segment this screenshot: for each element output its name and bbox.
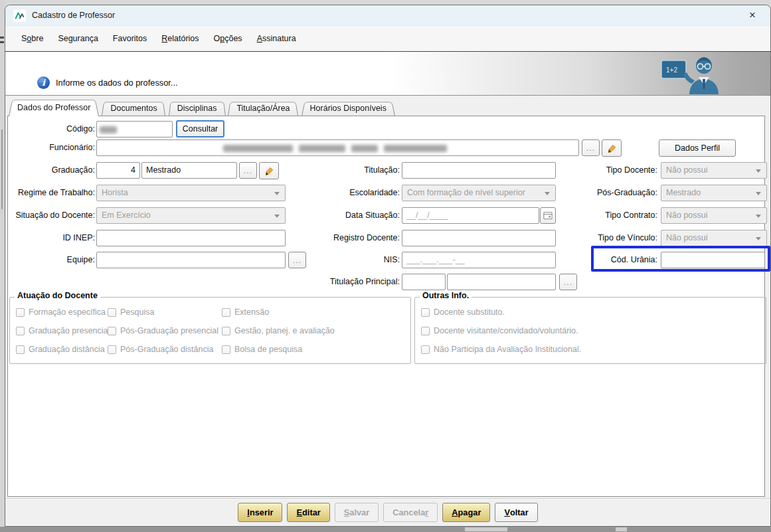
info-message: Informe os dados do professor... <box>56 78 178 88</box>
checkbox-formacao-especifica[interactable]: Formação específica <box>16 308 106 317</box>
voltar-button[interactable]: Voltar <box>495 503 537 522</box>
registro-docente-label: Registro Docente: <box>294 230 400 246</box>
salvar-button[interactable]: Salvar <box>335 503 379 522</box>
checkbox-box[interactable] <box>16 345 25 354</box>
menu-relatorios[interactable]: Relatórios <box>154 31 206 46</box>
regime-trabalho-combo[interactable]: Horista <box>96 185 286 201</box>
checkbox-bolsa-de-pesquisa[interactable]: Bolsa de pesquisa <box>222 345 302 354</box>
checkbox-box[interactable] <box>222 345 230 354</box>
escolaridade-label: Escolaridade: <box>294 185 400 201</box>
checkbox-box[interactable] <box>16 308 25 317</box>
close-icon[interactable]: × <box>742 7 762 24</box>
tipo-contrato-label: Tipo Contrato: <box>531 207 657 224</box>
id-inep-input[interactable] <box>96 230 286 246</box>
checkbox-graduacao-distancia[interactable]: Graduação distância <box>16 345 105 354</box>
background-window-strip <box>0 527 771 532</box>
graduacao-nome-input[interactable]: Mestrado <box>141 162 237 179</box>
background-window-sliver <box>0 0 5 527</box>
checkbox-box[interactable] <box>16 327 25 335</box>
data-situacao-label: Data Situação: <box>294 207 400 224</box>
chevron-down-icon <box>756 169 761 173</box>
graduacao-edit-button[interactable] <box>259 162 279 179</box>
chevron-down-icon <box>756 192 761 195</box>
tipo-docente-combo[interactable]: Não possui <box>661 162 767 179</box>
groupbox-title: Outras Info. <box>420 291 471 300</box>
checkbox-nao-participa-avaliacao[interactable]: Não Participa da Avaliação Institucional… <box>421 345 581 354</box>
menu-opcoes[interactable]: Opções <box>207 31 250 46</box>
checkbox-box[interactable] <box>222 327 230 335</box>
tab-disciplinas[interactable]: Disciplinas <box>169 101 226 116</box>
checkbox-box[interactable] <box>108 308 116 317</box>
tipo-contrato-combo[interactable]: Não possui <box>661 207 767 224</box>
checkbox-pesquisa[interactable]: Pesquisa <box>108 308 154 317</box>
chevron-down-icon <box>756 215 761 218</box>
background-artifact <box>616 527 627 531</box>
tipo-vinculo-label: Tipo de Vínculo: <box>531 230 657 246</box>
checkbox-pos-graduacao-distancia[interactable]: Pós-Graduação distância <box>108 345 213 354</box>
inserir-button[interactable]: Inserir <box>238 503 282 522</box>
tipo-docente-label: Tipo Docente: <box>531 162 657 179</box>
tab-page-dados-do-professor: Código: Consultar Funcionário: ... Dados… <box>7 116 765 497</box>
divider <box>5 498 770 499</box>
menu-favoritos[interactable]: Favoritos <box>106 31 154 46</box>
graduacao-label: Graduação: <box>8 162 95 179</box>
graduacao-codigo-input[interactable]: 4 <box>96 162 140 179</box>
chevron-down-icon <box>274 192 280 195</box>
background-artifact <box>0 37 4 39</box>
funcionario-edit-button[interactable] <box>602 139 622 157</box>
board-text: 1+2 <box>666 66 677 74</box>
cod-urania-input[interactable] <box>661 252 765 268</box>
checkbox-box[interactable] <box>108 327 116 335</box>
window-title: Cadastro de Professor <box>32 11 115 20</box>
cod-urania-label: Cód. Urânia: <box>531 252 657 268</box>
pencil-icon <box>607 143 617 153</box>
pencil-icon <box>264 166 274 176</box>
checkbox-docente-visitante[interactable]: Docente visitante/convidado/voluntário. <box>421 326 578 335</box>
tab-strip: Dados do Professor Documentos Disciplina… <box>9 98 768 116</box>
equipe-label: Equipe: <box>8 252 95 268</box>
checkbox-box[interactable] <box>421 308 430 317</box>
app-logo-icon <box>13 9 26 22</box>
menu-sobre[interactable]: Sobre <box>14 31 50 46</box>
tab-horarios-disponiveis[interactable]: Horários Disponíveis <box>301 101 395 116</box>
checkbox-gestao-planej-avaliacao[interactable]: Gestão, planej. e avaliação <box>222 326 335 335</box>
data-situacao-input[interactable]: __/__/____ <box>402 207 539 224</box>
apagar-button[interactable]: Apagar <box>442 503 490 522</box>
titulacao-principal-lookup-button[interactable]: ... <box>559 274 577 290</box>
cancelar-button[interactable]: Cancelar <box>383 503 438 522</box>
tipo-vinculo-combo[interactable]: Não possui <box>661 230 767 246</box>
editar-button[interactable]: Editar <box>287 503 329 522</box>
checkbox-box[interactable] <box>421 327 430 335</box>
funcionario-label: Funcionário: <box>8 139 95 156</box>
consultar-button[interactable]: Consultar <box>176 120 224 137</box>
checkbox-box[interactable] <box>222 308 230 317</box>
checkbox-docente-substituto[interactable]: Docente substituto. <box>421 308 505 317</box>
funcionario-lookup-button[interactable]: ... <box>582 139 600 156</box>
regime-trabalho-label: Regime de Trabalho: <box>8 185 95 201</box>
titulacao-label: Titulação: <box>294 162 400 179</box>
menu-assinatura[interactable]: Assinatura <box>250 31 303 46</box>
tab-dados-do-professor[interactable]: Dados do Professor <box>9 98 99 116</box>
checkbox-box[interactable] <box>421 345 430 354</box>
menu-seguranca[interactable]: Segurança <box>50 31 105 46</box>
teacher-chalkboard-icon: 1+2 <box>660 54 727 94</box>
funcionario-input[interactable] <box>96 139 579 156</box>
graduacao-lookup-button[interactable]: ... <box>239 162 257 179</box>
checkbox-pos-graduacao-presencial[interactable]: Pós-Graduação presencial <box>108 326 218 335</box>
tab-titulacao-area[interactable]: Titulação/Área <box>228 101 298 116</box>
situacao-docente-combo[interactable]: Em Exercício <box>96 207 286 224</box>
pos-graduacao-combo[interactable]: Mestrado <box>661 185 767 201</box>
titulacao-principal-codigo-input[interactable] <box>402 274 446 290</box>
info-icon: i <box>37 76 50 89</box>
titulacao-principal-nome-input[interactable] <box>447 274 556 290</box>
pos-graduacao-label: Pós-Graduação: <box>531 185 657 201</box>
groupbox-title: Atuação do Docente <box>15 291 100 300</box>
situacao-docente-label: Situação do Docente: <box>8 207 95 224</box>
tab-documentos[interactable]: Documentos <box>102 101 165 116</box>
checkbox-box[interactable] <box>108 345 116 354</box>
dados-perfil-button[interactable]: Dados Perfil <box>659 139 736 157</box>
codigo-input[interactable] <box>96 121 173 137</box>
checkbox-graduacao-presencial[interactable]: Graduação presencial <box>16 326 110 335</box>
equipe-input[interactable] <box>96 252 286 268</box>
checkbox-extensao[interactable]: Extensão <box>222 308 269 317</box>
